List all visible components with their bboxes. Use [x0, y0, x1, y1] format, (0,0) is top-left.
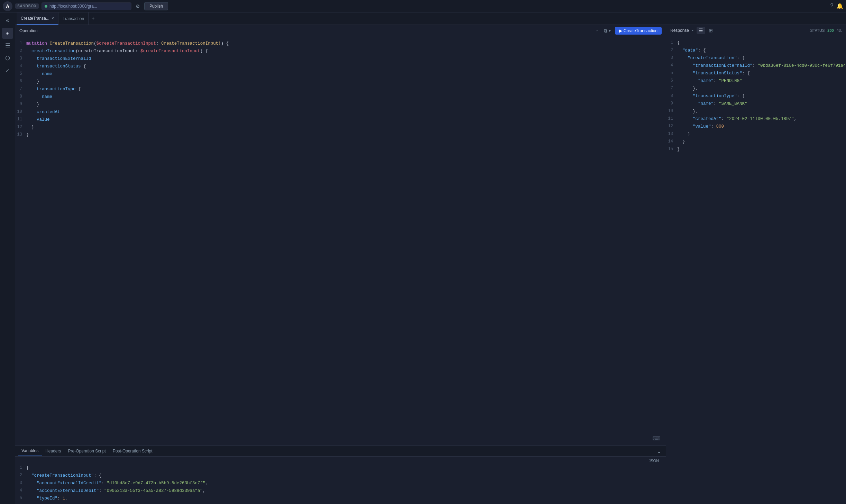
- top-bar: A SANDBOX http://localhost:3000/gra... ⚙…: [0, 0, 846, 12]
- status-area: STATUS 200 43.: [810, 28, 842, 33]
- var-line-6: 6 "value": 800: [15, 502, 666, 504]
- var-line-2: 2 "createTransactionInput": {: [15, 472, 666, 479]
- code-line-10: 10 createdAt: [15, 108, 666, 116]
- code-line-3: 3 transactionExternalId: [15, 55, 666, 63]
- resp-line-13: 13 }: [666, 130, 846, 138]
- tab-variables[interactable]: Variables: [18, 446, 42, 456]
- resp-line-4: 4 "transactionExternalId": "0bda36ef-816…: [666, 62, 846, 70]
- run-icon: ▶: [619, 28, 622, 33]
- tab-close-create-transaction[interactable]: ×: [52, 16, 54, 20]
- tab-create-transaction[interactable]: CreateTransa... ×: [17, 12, 58, 25]
- resp-line-3: 3 "createTransaction": {: [666, 54, 846, 62]
- collection-icon: ☰: [5, 42, 10, 49]
- tab-pre-operation-script[interactable]: Pre-Operation Script: [65, 446, 109, 456]
- code-line-11: 11 value: [15, 116, 666, 123]
- resp-line-9: 9 "name": "SAME_BANK": [666, 100, 846, 108]
- code-line-8: 8 name: [15, 93, 666, 101]
- view-buttons: ☰ ⊞: [697, 27, 715, 34]
- tab-pre-op-label: Pre-Operation Script: [68, 449, 106, 453]
- notifications-icon[interactable]: 🔔: [836, 3, 843, 10]
- var-line-5: 5 "typeId": 1,: [15, 495, 666, 502]
- check-icon: ✓: [6, 67, 9, 74]
- code-line-9: 9 }: [15, 101, 666, 108]
- code-line-6: 6 }: [15, 78, 666, 85]
- view-list-button[interactable]: ☰: [697, 27, 705, 34]
- schema-icon: ⬡: [5, 55, 10, 62]
- code-line-7: 7 transactionType {: [15, 85, 666, 93]
- main-layout: « ◈ ☰ ⬡ ✓ CreateTransa... × Transaction …: [0, 12, 846, 504]
- tab-label-transaction: Transaction: [63, 16, 84, 21]
- resp-line-15: 15 }: [666, 146, 846, 153]
- status-label: STATUS: [810, 28, 825, 33]
- code-line-13: 13 }: [15, 131, 666, 139]
- tab-add-button[interactable]: +: [89, 16, 98, 22]
- logo: A: [3, 1, 12, 11]
- status-time: 43.: [837, 28, 842, 33]
- variables-panel: Variables Headers Pre-Operation Script P…: [15, 445, 666, 504]
- var-line-4: 4 "accountExternalIdDebit": "0905213a-55…: [15, 487, 666, 495]
- content-area: CreateTransa... × Transaction + Operatio…: [15, 12, 846, 504]
- logo-letter: A: [6, 3, 9, 9]
- sidebar-icons: « ◈ ☰ ⬡ ✓: [0, 12, 15, 504]
- code-line-5: 5 name: [15, 70, 666, 78]
- sidebar-item-check[interactable]: ✓: [2, 65, 13, 76]
- operation-title: Operation: [19, 28, 38, 33]
- resp-line-6: 6 "name": "PENDING": [666, 77, 846, 85]
- var-line-3: 3 "accountExternalIdCredit": "d10bd8c7-e…: [15, 479, 666, 487]
- copy-button[interactable]: ⧉ ▾: [603, 27, 612, 35]
- var-line-1: 1 {: [15, 464, 666, 472]
- connection-status-dot: [45, 5, 47, 8]
- collapse-icon: «: [6, 18, 9, 24]
- resp-line-14: 14 }: [666, 138, 846, 146]
- graphql-icon: ◈: [6, 30, 9, 37]
- tab-post-operation-script[interactable]: Post-Operation Script: [109, 446, 156, 456]
- vars-collapse-button[interactable]: ⌄: [655, 447, 663, 456]
- response-content[interactable]: 1 { 2 "data": { 3 "createTransaction": {…: [666, 36, 846, 504]
- keyboard-shortcut-icon[interactable]: ⌨: [651, 434, 662, 442]
- resp-line-10: 10 },: [666, 108, 846, 115]
- response-title: Response: [670, 28, 689, 33]
- tabs-bar: CreateTransa... × Transaction +: [15, 12, 846, 25]
- operation-code-editor[interactable]: 1 mutation CreateTransaction($createTran…: [15, 37, 666, 445]
- tab-transaction[interactable]: Transaction: [58, 12, 89, 25]
- panels-row: Operation ↑ ⧉ ▾ ▶ CreateTransaction 1 mu…: [15, 25, 846, 504]
- response-header: Response ▾ ☰ ⊞ STATUS 200 43.: [666, 25, 846, 36]
- tab-variables-label: Variables: [21, 448, 38, 453]
- sandbox-badge: SANDBOX: [15, 3, 39, 9]
- help-icon[interactable]: ?: [830, 3, 834, 10]
- operation-panel: Operation ↑ ⧉ ▾ ▶ CreateTransaction 1 mu…: [15, 25, 666, 504]
- tab-headers-label: Headers: [45, 449, 61, 453]
- sidebar-item-graphql[interactable]: ◈: [2, 28, 13, 39]
- run-button-label: CreateTransaction: [624, 28, 658, 33]
- sidebar-item-collection[interactable]: ☰: [2, 40, 13, 51]
- view-table-button[interactable]: ⊞: [707, 27, 715, 34]
- resp-line-2: 2 "data": {: [666, 47, 846, 54]
- operation-actions: ↑ ⧉ ▾ ▶ CreateTransaction: [595, 27, 662, 35]
- json-label: JSON: [649, 459, 659, 463]
- resp-line-8: 8 "transactionType": {: [666, 92, 846, 100]
- tab-label-create-transaction: CreateTransa...: [21, 16, 49, 21]
- url-text: http://localhost:3000/gra...: [49, 4, 97, 9]
- response-chevron-icon[interactable]: ▾: [692, 28, 694, 33]
- tab-headers[interactable]: Headers: [42, 446, 64, 456]
- publish-button[interactable]: Publish: [144, 2, 168, 10]
- variables-tabs: Variables Headers Pre-Operation Script P…: [15, 446, 666, 457]
- share-button[interactable]: ↑: [595, 27, 600, 34]
- variables-content[interactable]: JSON 1 { 2 "createTransactionInput": { 3: [15, 457, 666, 504]
- settings-button[interactable]: ⚙: [134, 3, 141, 10]
- tab-post-op-label: Post-Operation Script: [113, 449, 153, 453]
- run-button[interactable]: ▶ CreateTransaction: [615, 27, 662, 35]
- code-line-4: 4 transactionStatus {: [15, 63, 666, 70]
- code-line-2: 2 createTransaction(createTransactionInp…: [15, 47, 666, 55]
- resp-line-11: 11 "createdAt": "2024-02-11T00:00:05.189…: [666, 115, 846, 123]
- resp-line-12: 12 "value": 800: [666, 123, 846, 130]
- sidebar-collapse-button[interactable]: «: [2, 15, 13, 26]
- sidebar-item-schema[interactable]: ⬡: [2, 53, 13, 64]
- response-panel: Response ▾ ☰ ⊞ STATUS 200 43. 1: [666, 25, 846, 504]
- url-bar: http://localhost:3000/gra...: [42, 2, 131, 10]
- resp-line-5: 5 "transactionStatus": {: [666, 70, 846, 77]
- top-right-actions: ? 🔔: [830, 3, 843, 10]
- operation-panel-header: Operation ↑ ⧉ ▾ ▶ CreateTransaction: [15, 25, 666, 37]
- code-line-1: 1 mutation CreateTransaction($createTran…: [15, 40, 666, 47]
- resp-line-7: 7 },: [666, 85, 846, 92]
